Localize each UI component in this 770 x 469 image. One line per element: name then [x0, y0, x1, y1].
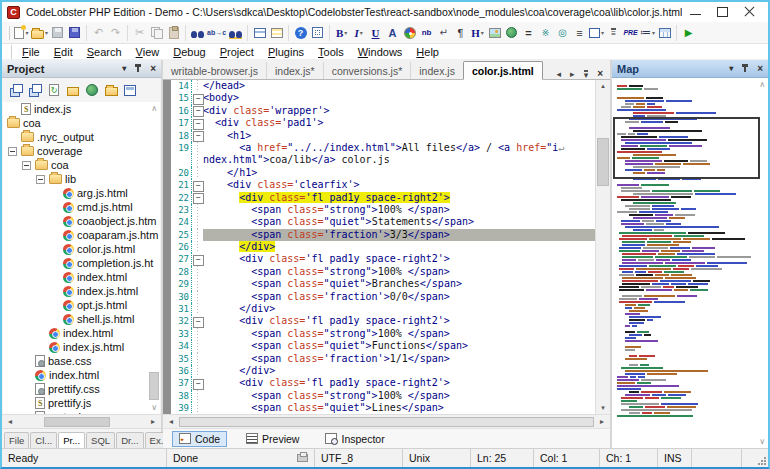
insert-list-icon[interactable]: ≔▾ [639, 24, 656, 42]
dropdown-arrow-icon[interactable]: ▾ [45, 29, 48, 36]
pin-icon[interactable] [741, 64, 749, 74]
find-icon[interactable] [189, 24, 206, 42]
sync-view-icon[interactable] [9, 83, 23, 97]
tree-item-completion.js.ht[interactable]: completion.js.ht [3, 256, 160, 270]
map-scroll-up-icon[interactable]: ∧ [759, 80, 765, 89]
scrollbar-thumb[interactable] [597, 138, 609, 186]
anchor-target-icon[interactable]: ◎ [554, 24, 571, 42]
menu-edit[interactable]: Edit [47, 46, 80, 58]
panel-tab-Pr[interactable]: Pr... [58, 432, 85, 448]
div-block-icon[interactable]: ▾ [588, 24, 605, 42]
color-palette-icon[interactable] [401, 24, 418, 42]
tree-item-prettify.css[interactable]: prettify.css [3, 382, 160, 396]
view-tab-preview[interactable]: Preview [239, 431, 306, 447]
new-file-icon[interactable]: ▾ [13, 24, 30, 42]
scrollbar-thumb[interactable] [44, 417, 110, 427]
view-tab-code[interactable]: Code [172, 431, 227, 447]
scrollbar-thumb[interactable] [179, 417, 594, 427]
special-chars-icon[interactable]: ※ [537, 24, 554, 42]
menu-debug[interactable]: Debug [166, 46, 212, 58]
resize-grip[interactable] [757, 456, 766, 465]
tree-item-coa[interactable]: coa [3, 158, 160, 172]
paste-icon[interactable] [165, 24, 182, 42]
tree-item-coverage[interactable]: coverage [3, 144, 160, 158]
redo-icon[interactable]: ↷ [107, 24, 124, 42]
tree-item-coaparam.js.htm[interactable]: coaparam.js.htm [3, 228, 160, 242]
save-icon[interactable] [49, 24, 66, 42]
tree-item-index.js.html[interactable]: index.js.html [3, 340, 160, 354]
save-all-icon[interactable] [66, 24, 83, 42]
menu-project[interactable]: Project [213, 46, 261, 58]
publish-icon[interactable] [85, 83, 99, 97]
fold-margin[interactable] [192, 92, 203, 104]
editor-tab-indexjs[interactable]: index.js* [266, 62, 323, 79]
fold-margin[interactable] [192, 253, 203, 265]
paragraph-icon[interactable]: ¶ [452, 24, 469, 42]
editor-vertical-scrollbar[interactable]: ▴ ▾ [595, 80, 610, 414]
tree-item-prettify.js[interactable]: prettify.js [3, 396, 160, 410]
editor-horizontal-scrollbar[interactable]: ◂ ▸ [163, 414, 610, 428]
tree-item-coaobject.js.htm[interactable]: coaobject.js.htm [3, 214, 160, 228]
font-icon[interactable]: A [384, 24, 401, 42]
tree-item-color.js.html[interactable]: color.js.html [3, 242, 160, 256]
pin-icon[interactable] [134, 64, 142, 74]
menu-tools[interactable]: Tools [311, 46, 351, 58]
fold-margin[interactable] [192, 130, 203, 142]
project-tree[interactable]: index.jscoa.nyc_outputcoveragecoalibarg.… [3, 102, 160, 414]
replace-icon[interactable]: ab→c [206, 24, 227, 42]
open-file-icon[interactable]: ▾ [30, 24, 49, 42]
bold-icon[interactable]: B▾ [333, 24, 350, 42]
tree-item-cmd.js.html[interactable]: cmd.js.html [3, 200, 160, 214]
copy-icon[interactable] [148, 24, 165, 42]
find-in-files-icon[interactable] [227, 24, 244, 42]
minimize-button[interactable] [690, 7, 701, 17]
fold-margin[interactable] [192, 315, 203, 327]
code-explorer-icon[interactable] [268, 24, 285, 42]
panel-tab-File[interactable]: File [4, 432, 29, 448]
panel-tab-Cl[interactable]: Cl... [30, 432, 57, 448]
fold-margin[interactable] [192, 117, 203, 129]
scroll-down-icon[interactable]: ▾ [596, 404, 610, 412]
underline-icon[interactable]: U [367, 24, 384, 42]
pre-block-icon[interactable]: PRE [622, 24, 639, 42]
collapse-icon[interactable] [22, 161, 31, 170]
fold-margin[interactable] [192, 377, 203, 389]
close-button[interactable] [744, 7, 755, 17]
menu-windows[interactable]: Windows [351, 46, 410, 58]
menu-search[interactable]: Search [80, 46, 129, 58]
code-editor[interactable]: 14</head>15<body>16<div class='wrapper'>… [163, 80, 595, 414]
view-tab-inspector[interactable]: Inspector [318, 431, 391, 447]
align-text-icon[interactable]: ≡ [571, 24, 588, 42]
window-layout-icon[interactable] [251, 24, 268, 42]
fold-margin[interactable] [192, 105, 203, 117]
help-icon[interactable]: ? [292, 24, 309, 42]
collapse-icon[interactable] [36, 175, 45, 184]
panel-tab-SQL[interactable]: SQL [86, 432, 115, 448]
code-minimap[interactable]: ∧∨ [612, 78, 768, 448]
editor-tab-indexjs[interactable]: index.js [410, 62, 463, 79]
tree-item-index.js.html[interactable]: index.js.html [3, 284, 160, 298]
dropdown-arrow-icon[interactable]: ▾ [360, 29, 363, 36]
insert-table-icon[interactable] [656, 24, 673, 42]
tree-item-.nyc_output[interactable]: .nyc_output [3, 130, 160, 144]
undo-icon[interactable]: ↶ [90, 24, 107, 42]
prev-tab-icon[interactable]: ◂ [557, 69, 562, 79]
minimap-viewport[interactable] [613, 117, 760, 179]
panel-menu-icon[interactable]: ▾ [729, 64, 733, 73]
editor-tab-writable-browserjs[interactable]: writable-browser.js [163, 62, 266, 79]
menu-help[interactable]: Help [409, 46, 446, 58]
fold-margin[interactable] [192, 179, 203, 191]
tree-scroll-up-icon[interactable]: ∧ [151, 104, 157, 113]
collapse-icon[interactable] [8, 147, 17, 156]
italic-icon[interactable]: I▾ [350, 24, 367, 42]
menu-plugins[interactable]: Plugins [261, 46, 311, 58]
dropdown-arrow-icon[interactable]: ▾ [481, 29, 484, 36]
project-properties-icon[interactable] [66, 83, 80, 97]
horizontal-rule-icon[interactable]: = [520, 24, 537, 42]
tree-item-shell.js.html[interactable]: shell.js.html [3, 312, 160, 326]
menu-file[interactable]: File [15, 46, 47, 58]
next-tab-icon[interactable]: ▸ [570, 69, 575, 79]
panel-menu-icon[interactable]: ▾ [122, 64, 126, 73]
open-folder-icon[interactable] [104, 83, 118, 97]
tab-list-icon[interactable]: ▾ [584, 70, 589, 79]
